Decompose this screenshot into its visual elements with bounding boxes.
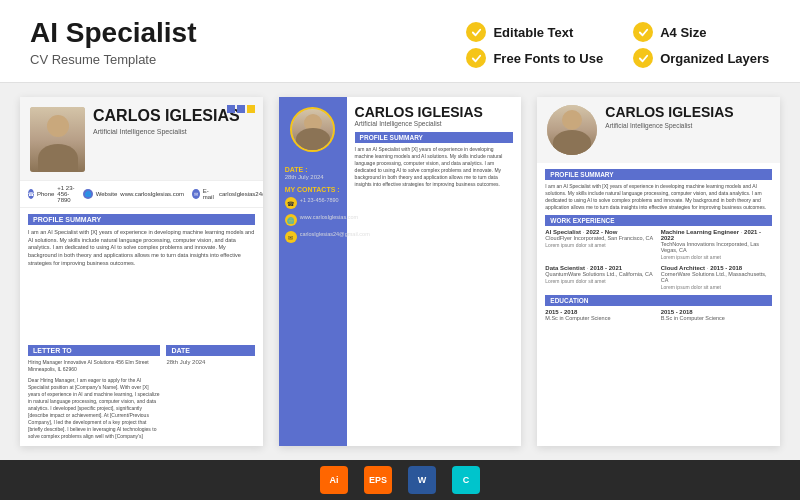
cv3-exp1-text: Lorem ipsum dolor sit amet <box>545 242 656 249</box>
cv1-website-value: www.carlosIglesias.com <box>120 191 184 197</box>
feature-label-fonts: Free Fonts to Use <box>493 51 603 66</box>
feature-label-a4: A4 Size <box>660 25 706 40</box>
cv3-body: PROFILE SUMMARY I am an AI Specialist wi… <box>537 163 780 446</box>
page-wrapper: AI Specialist CV Resume Template Editabl… <box>0 0 800 500</box>
cv3-exp4-text: Lorem ipsum dolor sit amet <box>661 284 772 291</box>
cv1-person-silhouette <box>30 107 85 172</box>
cv2-left-col: DATE : 28th July 2024 MY CONTACTS : ☎ +1… <box>279 97 347 446</box>
cv3-exp2-title: Machine Learning Engineer · 2021 - 2022 <box>661 229 772 241</box>
ai-icon: Ai <box>320 466 348 494</box>
cv3-education-grid: 2015 - 2018 M.Sc in Computer Science 201… <box>545 309 772 321</box>
word-icon: W <box>408 466 436 494</box>
feature-editable-text: Editable Text <box>466 22 603 42</box>
cv1-phone-value: +1 23-456-7890 <box>57 185 74 203</box>
canva-icon: C <box>452 466 480 494</box>
bottom-icons-bar: Ai EPS W C <box>0 460 800 500</box>
cv3-person-silhouette <box>547 105 597 155</box>
cv2-website-row: 🌐 www.carlosIglesias.com <box>285 214 341 226</box>
check-icon-a4 <box>633 22 653 42</box>
word-icon-label: W <box>418 475 427 485</box>
cv3-profile-section: PROFILE SUMMARY <box>545 169 772 180</box>
cv1-date-title: DATE <box>166 345 254 356</box>
cv3-person-name: CARLOS IGLESIAS <box>605 105 733 120</box>
cv1-website-contact: 🌐 Website www.carlosIglesias.com <box>83 185 184 203</box>
cv2-date-value: 28th July 2024 <box>285 174 341 180</box>
feature-label-editable: Editable Text <box>493 25 573 40</box>
cv3-exp3-text: Lorem ipsum dolor sit amet <box>545 278 656 285</box>
cv-preview-3: CARLOS IGLESIAS Artificial Intelligence … <box>537 97 780 446</box>
cv3-exp4-company: CornerWare Solutions Ltd., Massachusetts… <box>661 271 772 283</box>
cv2-person-title: Artificial Intelligence Specialist <box>355 120 514 127</box>
cv1-body: PROFILE SUMMARY I am an AI Specialist wi… <box>20 208 263 345</box>
cv1-website-label: Website <box>96 191 118 197</box>
feature-a4-size: A4 Size <box>633 22 770 42</box>
cv3-experience-grid: AI Specialist · 2022 - Now CloudFlyer In… <box>545 229 772 290</box>
cv2-photo <box>290 107 335 152</box>
check-icon-editable <box>466 22 486 42</box>
cv1-photo <box>30 107 85 172</box>
feature-free-fonts: Free Fonts to Use <box>466 48 603 68</box>
cv1-phone-label: Phone <box>37 191 54 197</box>
main-content: CARLOS IGLESIAS Artificial Intelligence … <box>0 83 800 460</box>
feature-organized-layers: Organized Layers <box>633 48 770 68</box>
cv3-profile-text: I am an AI Specialist with [X] years of … <box>545 183 772 211</box>
cv3-exp-3: Data Scientist · 2018 - 2021 QuantumWare… <box>545 265 656 291</box>
cv3-exp2-company: TechNova Innovations Incorporated, Las V… <box>661 241 772 253</box>
cv2-person-name: CARLOS IGLESIAS <box>355 105 514 120</box>
cv2-phone-value: +1 23-456-7890 <box>300 197 339 204</box>
cv1-email-value: carlosIglesias24@gmail.com <box>219 191 263 197</box>
feature-label-layers: Organized Layers <box>660 51 769 66</box>
cv3-person-title: Artificial Intelligence Specialist <box>605 122 733 129</box>
cv1-date-section: DATE 28th July 2024 <box>166 345 254 440</box>
cv1-profile-section: PROFILE SUMMARY <box>28 214 255 225</box>
cv1-letter-section: LETTER TO Hiring Manager Innovative AI S… <box>28 345 160 440</box>
cv2-right-col: CARLOS IGLESIAS Artificial Intelligence … <box>347 97 522 446</box>
phone-icon: ☎ <box>28 189 34 199</box>
cv2-date-section: DATE : 28th July 2024 MY CONTACTS : ☎ +1… <box>279 160 347 254</box>
header: AI Specialist CV Resume Template Editabl… <box>0 0 800 83</box>
cv3-work-section: WORK EXPERIENCE <box>545 215 772 226</box>
cv3-exp3-company: QuantumWare Solutions Ltd., California, … <box>545 271 656 277</box>
page-title: AI Specialist <box>30 18 197 49</box>
eps-icon: EPS <box>364 466 392 494</box>
cv1-email-contact: ✉ E-mail carlosIglesias24@gmail.com <box>192 185 263 203</box>
cv1-letter-title: LETTER TO <box>28 345 160 356</box>
cv3-header: CARLOS IGLESIAS Artificial Intelligence … <box>537 97 780 163</box>
cv3-education-section: EDUCATION <box>545 295 772 306</box>
check-icon-layers <box>633 48 653 68</box>
cv2-phone-icon: ☎ <box>285 197 297 209</box>
check-icon-fonts <box>466 48 486 68</box>
cv1-profile-text: I am an AI Specialist with [X] years of … <box>28 229 255 267</box>
eps-icon-label: EPS <box>369 475 387 485</box>
cv3-edu-1: 2015 - 2018 M.Sc in Computer Science <box>545 309 656 321</box>
cv2-website-value: www.carlosIglesias.com <box>300 214 358 221</box>
cv3-edu-2: 2015 - 2018 B.Sc in Computer Science <box>661 309 772 321</box>
cv2-inner: DATE : 28th July 2024 MY CONTACTS : ☎ +1… <box>279 97 522 446</box>
cv3-exp-4: Cloud Architect · 2015 - 2018 CornerWare… <box>661 265 772 291</box>
features-grid: Editable Text A4 Size Free Fonts to Use … <box>466 22 770 68</box>
cv2-date-label: DATE : <box>285 166 341 173</box>
email-icon: ✉ <box>192 189 200 199</box>
cv-preview-2: DATE : 28th July 2024 MY CONTACTS : ☎ +1… <box>279 97 522 446</box>
cv2-profile-text: I am an AI Specialist with [X] years of … <box>355 146 514 188</box>
cv2-website-icon: 🌐 <box>285 214 297 226</box>
cv2-contacts-label: MY CONTACTS : <box>285 186 341 193</box>
cv3-edu1-degree: M.Sc in Computer Science <box>545 315 656 321</box>
cv3-exp-1: AI Specialist · 2022 - Now CloudFlyer In… <box>545 229 656 261</box>
cv2-profile-section: PROFILE SUMMARY <box>355 132 514 143</box>
cv2-email-value: carlosIglesias24@gmail.com <box>300 231 370 238</box>
cv1-person-title: Artificial Intelligence Specialist <box>93 128 253 135</box>
cv3-exp2-text: Lorem ipsum dolor sit amet <box>661 254 772 261</box>
website-icon: 🌐 <box>83 189 93 199</box>
cv1-letter-body: Dear Hiring Manager, I am eager to apply… <box>28 377 160 440</box>
cv1-bottom: LETTER TO Hiring Manager Innovative AI S… <box>20 345 263 446</box>
cv2-photo-area <box>279 97 347 160</box>
page-subtitle: CV Resume Template <box>30 52 197 67</box>
cv3-exp1-company: CloudFlyer Incorporated, San Francisco, … <box>545 235 656 241</box>
cv1-date-value: 28th July 2024 <box>166 359 254 365</box>
cv3-photo <box>547 105 597 155</box>
cv2-person-silhouette <box>292 109 333 150</box>
cv1-decorative-squares <box>227 105 255 113</box>
cv-preview-1: CARLOS IGLESIAS Artificial Intelligence … <box>20 97 263 446</box>
cv1-email-label: E-mail <box>203 188 216 200</box>
